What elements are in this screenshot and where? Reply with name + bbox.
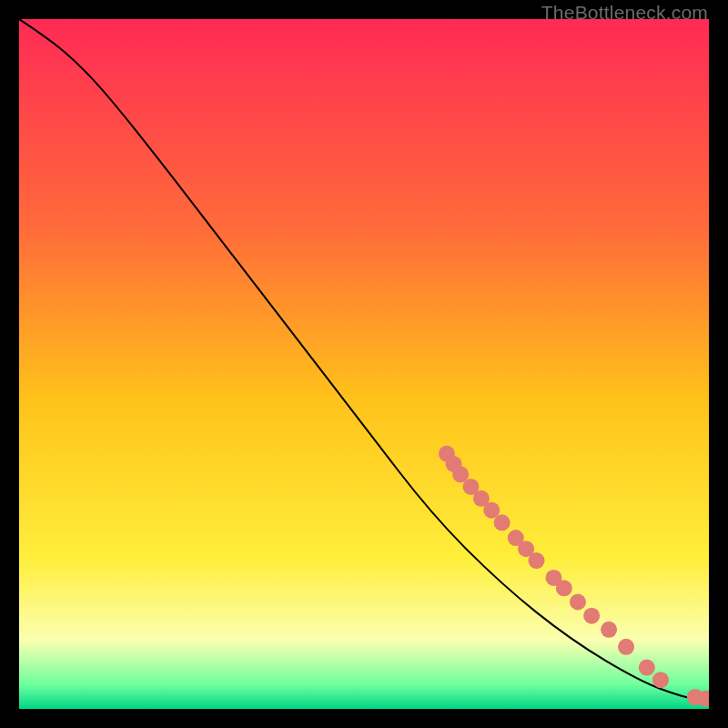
- data-point: [556, 580, 572, 596]
- data-point: [618, 639, 634, 655]
- data-point: [639, 660, 655, 676]
- data-point: [529, 552, 545, 569]
- data-point: [494, 514, 511, 531]
- chart-svg: [19, 19, 709, 709]
- chart-frame: TheBottleneck.com: [0, 0, 728, 728]
- data-point: [652, 672, 669, 688]
- plot-area: [19, 19, 709, 709]
- data-point: [601, 622, 617, 638]
- data-point: [570, 594, 586, 611]
- watermark-text: TheBottleneck.com: [541, 2, 708, 24]
- gradient-background: [19, 19, 709, 709]
- data-point: [583, 608, 600, 624]
